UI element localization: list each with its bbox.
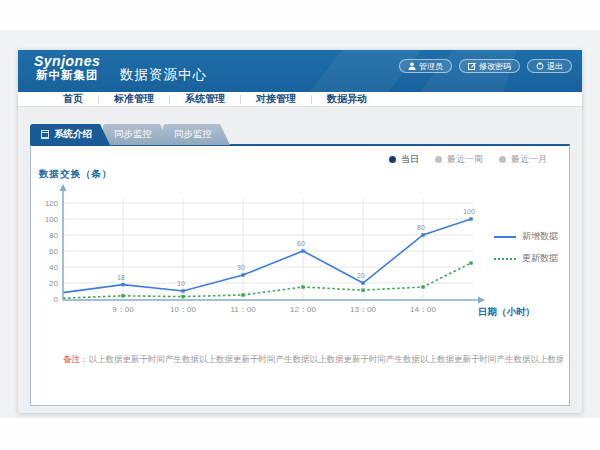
logo-wordmark: Synjones	[34, 54, 100, 69]
svg-text:80: 80	[49, 231, 58, 240]
current-user-button[interactable]: 管理员	[399, 59, 452, 73]
range-option-label: 当日	[401, 153, 419, 166]
screenshot-stage: Synjones 新中新集团 数据资源中心 管理员 修改密码 退出	[0, 0, 600, 450]
svg-text:60: 60	[297, 240, 305, 247]
radio-dot-icon	[435, 156, 442, 163]
nav-item-system-mgmt[interactable]: 系统管理	[170, 92, 240, 106]
range-option-label: 最近一月	[511, 153, 547, 166]
svg-text:40: 40	[49, 263, 58, 272]
line-swatch-dotted	[494, 258, 516, 260]
power-icon	[536, 62, 544, 70]
legend-item-new-data: 新增数据	[494, 230, 558, 243]
svg-text:120: 120	[45, 199, 59, 208]
nav-item-data-change[interactable]: 数据异动	[312, 92, 382, 106]
x-axis-title: 日期（小时）	[478, 306, 535, 319]
svg-text:11：00: 11：00	[230, 305, 256, 314]
svg-text:100: 100	[45, 215, 59, 224]
svg-text:20: 20	[357, 272, 365, 279]
legend-label: 新增数据	[522, 230, 558, 243]
tab-label: 同步监控	[114, 128, 152, 141]
range-option-last-week[interactable]: 最近一周	[435, 153, 483, 166]
svg-text:30: 30	[237, 264, 245, 271]
footnote: 备注：以上数据更新于时间产生数据以上数据更新于时间产生数据以上数据更新于时间产生…	[63, 354, 563, 365]
footnote-text: 以上数据更新于时间产生数据以上数据更新于时间产生数据以上数据更新于时间产生数据以…	[89, 354, 564, 364]
svg-text:10: 10	[177, 280, 185, 287]
nav-item-interface-mgmt[interactable]: 对接管理	[241, 92, 311, 106]
line-swatch-solid	[494, 236, 516, 238]
change-password-label: 修改密码	[479, 61, 511, 72]
chart-panel: 当日 最近一周 最近一月 数据交换（条） 0204060801001209：00…	[30, 144, 570, 406]
logout-label: 退出	[547, 61, 563, 72]
svg-text:13：00: 13：00	[350, 305, 376, 314]
radio-dot-icon	[499, 156, 506, 163]
svg-text:100: 100	[463, 208, 475, 215]
nav-item-home[interactable]: 首页	[48, 92, 98, 106]
user-actions: 管理员 修改密码 退出	[399, 59, 572, 73]
svg-text:20: 20	[49, 279, 58, 288]
user-icon	[408, 62, 416, 70]
tab-label: 同步监控	[174, 128, 212, 141]
edit-icon	[468, 62, 476, 70]
series-legend: 新增数据 更新数据	[494, 230, 558, 265]
content-area: 系统介绍 同步监控 同步监控 当日 最近一周	[18, 107, 582, 413]
svg-text:0: 0	[54, 295, 59, 304]
logout-button[interactable]: 退出	[527, 59, 572, 73]
svg-text:14：00: 14：00	[410, 305, 436, 314]
tab-sync-monitor-1[interactable]: 同步监控	[103, 124, 170, 145]
company-logo: Synjones 新中新集团	[34, 54, 100, 82]
range-option-last-month[interactable]: 最近一月	[499, 153, 547, 166]
document-icon	[41, 130, 49, 139]
svg-text:9：00: 9：00	[112, 305, 134, 314]
radio-dot-icon	[389, 156, 396, 163]
y-axis-title: 数据交换（条）	[39, 168, 113, 181]
app-window: Synjones 新中新集团 数据资源中心 管理员 修改密码 退出	[18, 50, 582, 413]
tab-sync-monitor-2[interactable]: 同步监控	[163, 124, 230, 145]
line-chart: 0204060801001209：0010：0011：0012：0013：001…	[41, 182, 491, 330]
current-user-label: 管理员	[419, 61, 443, 72]
tab-system-intro[interactable]: 系统介绍	[30, 124, 110, 145]
main-nav: 首页 标准管理 系统管理 对接管理 数据异动	[18, 92, 582, 107]
tab-label: 系统介绍	[54, 128, 92, 141]
footnote-prefix: 备注：	[63, 354, 89, 364]
time-range-options: 当日 最近一周 最近一月	[389, 153, 547, 166]
legend-item-updated-data: 更新数据	[494, 252, 558, 265]
nav-item-standard-mgmt[interactable]: 标准管理	[99, 92, 169, 106]
svg-text:12：00: 12：00	[290, 305, 316, 314]
svg-text:60: 60	[49, 247, 58, 256]
legend-label: 更新数据	[522, 252, 558, 265]
svg-text:18: 18	[117, 274, 125, 281]
logo-group-name: 新中新集团	[34, 69, 100, 82]
top-header: Synjones 新中新集团 数据资源中心 管理员 修改密码 退出	[18, 50, 582, 92]
range-option-label: 最近一周	[447, 153, 483, 166]
range-option-today[interactable]: 当日	[389, 153, 419, 166]
svg-text:80: 80	[417, 224, 425, 231]
tab-bar: 系统介绍 同步监控 同步监控	[30, 124, 223, 145]
page-title: 数据资源中心	[120, 66, 207, 84]
svg-text:10：00: 10：00	[170, 305, 196, 314]
change-password-button[interactable]: 修改密码	[459, 59, 520, 73]
